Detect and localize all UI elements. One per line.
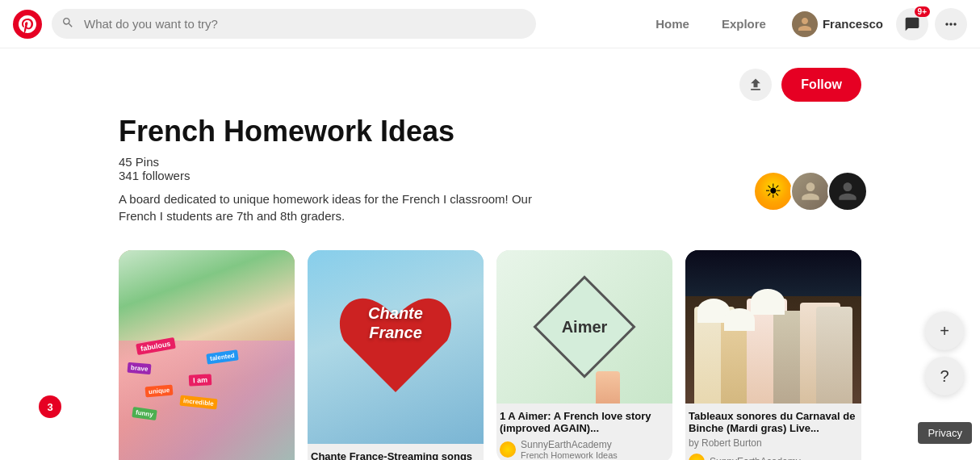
pins-grid: fabulous brave unique funny I am incredi… — [119, 250, 861, 460]
explore-nav-link[interactable]: Explore — [709, 10, 779, 37]
add-fab-button[interactable]: + — [925, 312, 964, 350]
follower-avatars: ☀ — [753, 155, 861, 211]
pins-count: 45 Pins — [119, 155, 753, 169]
follower-avatar-3 — [827, 171, 868, 211]
sidebar-notification-badge: 3 — [39, 395, 61, 418]
search-bar — [52, 9, 536, 39]
pinterest-logo-icon — [19, 15, 36, 33]
pin-info-4: Tableaux sonores du Carnaval de Binche (… — [685, 404, 861, 460]
pin-source-name-4: SunnyEarthAcademy — [710, 456, 801, 460]
board-stats-desc: 45 Pins 341 followers A board dedicated … — [119, 155, 753, 234]
pin-source-row-3: SunnyEarthAcademy French Homework Ideas — [500, 439, 669, 460]
board-actions: Follow — [739, 65, 861, 102]
user-name-label: Francesco — [823, 17, 883, 31]
user-avatar — [792, 11, 818, 37]
follow-button[interactable]: Follow — [781, 68, 861, 102]
privacy-button[interactable]: Privacy — [918, 422, 972, 444]
upload-button[interactable] — [739, 69, 772, 101]
follower-avatar-1: ☀ — [753, 171, 794, 211]
pin-card-3[interactable]: Aimer 1 A Aimer: A French love story (im… — [496, 250, 672, 460]
pin-source-avatar-4 — [689, 454, 705, 460]
pin-image-3: Aimer — [496, 250, 672, 404]
pin-title-3: 1 A Aimer: A French love story (improved… — [500, 410, 669, 434]
pin-info-2: Chante France-Streaming songs en francai… — [308, 444, 484, 460]
pin-card-1[interactable]: fabulous brave unique funny I am incredi… — [119, 250, 295, 460]
pinterest-logo[interactable] — [13, 10, 42, 39]
help-fab-button[interactable]: ? — [925, 357, 964, 395]
home-nav-link[interactable]: Home — [643, 10, 702, 37]
board-description: A board dedicated to unique homework ide… — [119, 190, 563, 224]
pin-image-4 — [685, 250, 861, 404]
board-stats: 45 Pins 341 followers — [119, 155, 753, 182]
pin-source-avatar-3 — [500, 441, 516, 458]
pin-source-board-3: French Homework Ideas — [521, 450, 618, 460]
message-badge: 9+ — [915, 6, 930, 17]
board-info-section: 45 Pins 341 followers A board dedicated … — [119, 155, 861, 234]
floating-action-buttons: + ? — [925, 312, 964, 395]
pin-source-row-4: SunnyEarthAcademy — [689, 454, 858, 460]
pin-card-4[interactable]: Tableaux sonores du Carnaval de Binche (… — [685, 250, 861, 460]
pin-card-2[interactable]: ChanteFrance Chante France-Streaming son… — [308, 250, 484, 460]
pin-info-3: 1 A Aimer: A French love story (improved… — [496, 404, 672, 460]
search-icon — [61, 16, 74, 32]
follower-avatar-2 — [790, 171, 831, 211]
pin-by-author: by Robert Burton — [689, 437, 858, 449]
pin-image-2: ChanteFrance — [308, 250, 484, 444]
pin-title-2: Chante France-Streaming songs en francai… — [311, 450, 480, 460]
followers-count: 341 followers — [119, 169, 753, 182]
main-content: Follow French Homework Ideas 45 Pins 341… — [86, 48, 894, 460]
pin-title-4: Tableaux sonores du Carnaval de Binche (… — [689, 410, 858, 434]
messages-button[interactable]: 9+ — [896, 8, 928, 40]
header: Home Explore Francesco 9+ — [0, 0, 980, 48]
more-options-button[interactable] — [935, 8, 967, 40]
header-nav: Home Explore Francesco 9+ — [643, 8, 967, 40]
user-profile-button[interactable]: Francesco — [785, 8, 890, 40]
search-input[interactable] — [52, 9, 536, 39]
pin-source-name-3: SunnyEarthAcademy — [521, 439, 618, 450]
board-title: French Homework Ideas — [119, 115, 861, 148]
pin-image-1: fabulous brave unique funny I am incredi… — [119, 250, 295, 460]
